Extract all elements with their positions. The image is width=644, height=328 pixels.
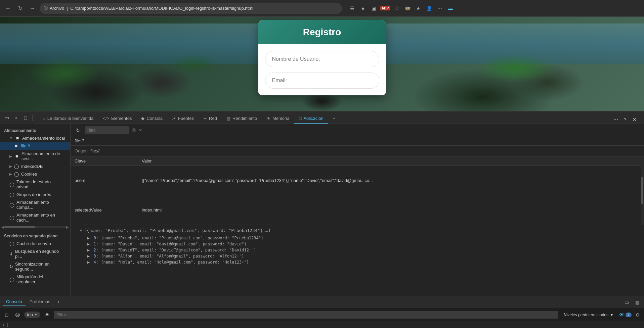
split-view-button[interactable]: ▣ [369, 4, 378, 13]
expand-arrow-session: ▶ [9, 154, 12, 158]
table-row-selected[interactable]: selectedValue index.html [71, 195, 641, 225]
tab-add[interactable]: + [328, 114, 340, 124]
inspect-element-button[interactable]: ▭ [3, 114, 11, 122]
console-item-1: ▶ 1: {name: "David", email: "david@gmail… [71, 241, 644, 247]
console-output: ▼ [{name: "Prueba", email: "Prueba@gmail… [71, 225, 644, 296]
sidebar-item-interest-groups[interactable]: ◯ Grupos de interés [0, 191, 70, 198]
console-settings-button[interactable]: ⚙ [634, 311, 641, 319]
console-clear-on-reload[interactable]: ☹ [13, 311, 22, 319]
tab-welcome[interactable]: ⌂ Le damos la bienvenida [38, 114, 98, 124]
devtools-more-button[interactable]: ⋯ [612, 115, 620, 124]
sidebar-item-cache-reenvio[interactable]: ◯ Caché de reenvío [0, 240, 70, 247]
profile-button[interactable]: 👤 [424, 4, 434, 13]
sidebar-item-file[interactable]: ◽ file:// [0, 142, 70, 150]
forward-button[interactable]: → [28, 4, 37, 13]
home-icon: ⌂ [43, 116, 45, 121]
expand-arrow-icon: ▼ [9, 136, 13, 140]
top-context[interactable]: top ▼ [24, 312, 40, 318]
device-mode-button[interactable]: ▫ [12, 114, 20, 122]
filter-clear-button[interactable]: ☹ [132, 128, 136, 133]
expand-triangle-icon[interactable]: ▼ [80, 228, 82, 233]
data-table-container: Clave Valor users [{"name":"Prueba","ema… [71, 156, 644, 225]
devtools-toolbar: ▭ ▫ □ ⌂ Le damos la bienvenida </> </> E… [0, 111, 644, 124]
valor-header[interactable]: Valor [138, 156, 641, 166]
key-users: users [71, 166, 138, 195]
more-button[interactable]: ⋯ [435, 4, 444, 13]
address-text: Archivo | C:/xampp/htdocs/WEB/Parcial2-F… [50, 6, 338, 11]
expand-arrow-idb: ▶ [9, 165, 12, 168]
expand-sub-3[interactable]: ▶ [87, 254, 90, 259]
expand-sub-2[interactable]: ▶ [87, 248, 90, 252]
reader-view-button[interactable]: ☰ [347, 4, 357, 13]
sidebar-item-background-search[interactable]: ⇓ Búsqueda en segundo pl... [0, 247, 70, 260]
refresh-storage-button[interactable]: ↻ [74, 126, 82, 134]
console-clear-button[interactable]: □ [3, 311, 11, 319]
sidebar-item-tracking-mitigation[interactable]: ◯ Mitigación del seguimier... [0, 273, 70, 286]
clave-header[interactable]: Clave [71, 156, 138, 166]
filter-input[interactable] [87, 128, 127, 133]
devtools-help-button[interactable]: ? [621, 115, 629, 124]
sidebar-toggle[interactable]: ▬ [446, 4, 455, 13]
console-tab-console[interactable]: Consola [3, 298, 26, 306]
sidebar-item-session-storage[interactable]: ▶ ◽ Almacenamiento de sesi... [0, 150, 70, 162]
dt-tab-more-actions: ⋯ ? ✕ [612, 115, 639, 124]
split-console-button[interactable]: ▤ [633, 298, 641, 306]
console-tab-issues[interactable]: Problemas [26, 298, 54, 306]
address-bar[interactable]: ⓘ Archivo | C:/xampp/htdocs/WEB/Parcial2… [40, 3, 342, 14]
shared-icon: ◯ [9, 202, 14, 207]
application-icon: □ [299, 116, 302, 121]
horizontal-scrollbar[interactable]: ◀ ▶ [0, 224, 70, 230]
extensions-button[interactable]: 🪺 [403, 4, 412, 13]
sidebar-item-cache-storage[interactable]: ◯ Almacenamiento en cach... [0, 211, 70, 224]
elements-icon: </> [103, 116, 109, 121]
filter-close-button[interactable]: ✕ [139, 128, 142, 133]
console-tabs: Consola Problemas + [3, 298, 62, 306]
tab-network[interactable]: ∻ Red [199, 114, 222, 124]
expand-sub-0[interactable]: ▶ [87, 236, 90, 240]
sidebar-item-local-storage[interactable]: ▼ ◽ Almacenamiento local [0, 134, 70, 142]
sidebar-item-shared-storage[interactable]: ◯ Almacenamiento compa... [0, 198, 70, 211]
tab-console[interactable]: ◆ Consola [136, 114, 167, 124]
tab-memory[interactable]: ☀ Memoria [262, 114, 294, 124]
val-selected: index.html [138, 195, 641, 225]
reload-button[interactable]: ↻ [15, 4, 25, 13]
favorites-button[interactable]: ★ [414, 4, 423, 13]
origin-row: Origen file:// [71, 146, 644, 156]
console-filter-input[interactable] [54, 311, 558, 319]
reg-body [258, 44, 386, 95]
shield-button[interactable]: 🛡 [392, 4, 401, 13]
eye-toggle-button[interactable]: 👁 [43, 311, 51, 319]
tab-performance[interactable]: ▤ Rendimiento [222, 114, 262, 124]
devtools-tabs: ⌂ Le damos la bienvenida </> </> Element… [35, 112, 641, 124]
scroll-left-arrow[interactable]: ◀ [1, 225, 4, 229]
abp-badge: ABP [380, 6, 390, 10]
console-icon: ◆ [141, 116, 144, 121]
levels-button[interactable]: Niveles predeterminados ▼ [561, 311, 616, 319]
bookmark-button[interactable]: ★ [358, 4, 368, 13]
prompt-arrow-icon: 〉 [3, 322, 4, 327]
sidebar-item-background-sync[interactable]: ↻ Sincronización en segund... [0, 260, 70, 273]
email-input[interactable] [265, 73, 379, 89]
console-add-panel-button[interactable]: + [54, 298, 62, 306]
console-bar: Consola Problemas + ▭ ▤ [0, 296, 644, 308]
vertical-scrollbar[interactable] [641, 156, 644, 225]
background-services-title: Servicios en segundo plano [0, 232, 70, 240]
sidebar-item-private-tokens[interactable]: ◯ Tokens de estado privad... [0, 178, 70, 191]
tab-application[interactable]: □ Aplicación [294, 114, 328, 124]
devtools-close-button[interactable]: ✕ [631, 115, 639, 124]
devtools-sidebar: Almacenamiento ▼ ◽ Almacenamiento local … [0, 124, 71, 296]
console-panel-button[interactable]: □ [22, 114, 30, 122]
tab-elements[interactable]: </> </> Elementos Elementos [98, 114, 136, 124]
back-button[interactable]: ← [3, 4, 13, 13]
username-input[interactable] [265, 51, 379, 67]
sidebar-item-cookies[interactable]: ▶ ◯ Cookies [0, 170, 70, 178]
sidebar-item-indexeddb[interactable]: ▶ ◯ IndexedDB [0, 162, 70, 170]
dock-side-button[interactable]: ▭ [622, 298, 631, 306]
expand-sub-4[interactable]: ▶ [87, 260, 90, 265]
expand-sub-1[interactable]: ▶ [87, 242, 90, 246]
network-icon: ∻ [203, 116, 207, 121]
table-row[interactable]: users [{"name":"Prueba","email":"Prueba@… [71, 166, 641, 195]
scroll-right-arrow[interactable]: ▶ [66, 225, 69, 229]
tab-sources[interactable]: ☭ Fuentes [167, 114, 199, 124]
browser-toolbar: ← ↻ → ⓘ Archivo | C:/xampp/htdocs/WEB/Pa… [0, 0, 644, 17]
